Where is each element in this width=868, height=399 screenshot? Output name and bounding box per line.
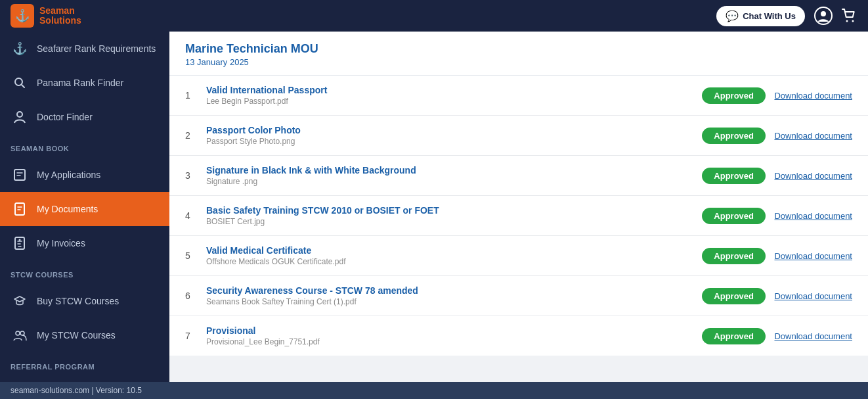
chat-button[interactable]: 💬 Chat With Us [715, 5, 806, 28]
doc-name: Valid Medical Certificate [206, 245, 694, 256]
doc-info: Valid Medical Certificate Offshore Medic… [206, 245, 694, 266]
chat-icon: 💬 [726, 10, 739, 22]
sidebar-item-buy-stcw[interactable]: Buy STCW Courses [0, 284, 169, 318]
download-link[interactable]: Download document [773, 291, 852, 301]
document-date: 13 January 2025 [185, 57, 852, 67]
status-badge: Approved [702, 288, 766, 304]
status-badge: Approved [702, 168, 766, 184]
table-row: 6 Security Awareness Course - STCW 78 am… [169, 276, 868, 316]
doc-file: Passport Style Photo.png [206, 137, 694, 146]
table-row: 7 Provisional Provisional_Lee Begin_7751… [169, 316, 868, 356]
svg-point-3 [852, 20, 854, 22]
sidebar-item-my-documents[interactable]: My Documents [0, 192, 169, 226]
document-list: 1 Valid International Passport Lee Begin… [169, 76, 868, 356]
status-badge: Approved [702, 87, 766, 104]
doc-file: Offshore Medicals OGUK Certificate.pdf [206, 257, 694, 266]
sidebar-item-my-referrals[interactable]: My Referrals [0, 376, 169, 382]
doc-file: Signature .png [206, 177, 694, 186]
sidebar-item-my-invoices[interactable]: My Invoices [0, 226, 169, 260]
status-badge: Approved [702, 328, 766, 344]
document-title: Marine Technician MOU [185, 42, 852, 56]
doc-number: 2 [185, 130, 198, 141]
status-badge: Approved [702, 208, 766, 224]
doc-number: 5 [185, 250, 198, 261]
svg-rect-6 [14, 170, 25, 180]
svg-rect-7 [15, 203, 24, 215]
table-row: 2 Passport Color Photo Passport Style Ph… [169, 116, 868, 156]
doc-info: Signature in Black Ink & with White Back… [206, 165, 694, 186]
table-row: 4 Basic Safety Training STCW 2010 or BOS… [169, 196, 868, 236]
seaman-book-section: SEAMAN BOOK [0, 134, 169, 158]
cart-icon[interactable] [840, 7, 857, 24]
table-row: 1 Valid International Passport Lee Begin… [169, 76, 868, 116]
download-link[interactable]: Download document [773, 211, 852, 221]
doc-file: BOSIET Cert.jpg [206, 217, 694, 226]
nav-right: 💬 Chat With Us [715, 5, 857, 28]
doc-info: Provisional Provisional_Lee Begin_7751.p… [206, 325, 694, 346]
doc-number: 1 [185, 90, 198, 101]
svg-point-1 [821, 11, 826, 16]
people-icon [11, 326, 29, 344]
invoice-icon [11, 234, 29, 252]
doc-name: Basic Safety Training STCW 2010 or BOSIE… [206, 205, 694, 216]
user-icon[interactable] [814, 7, 833, 25]
main-content: Marine Technician MOU 13 January 2025 1 … [169, 32, 868, 382]
table-row: 5 Valid Medical Certificate Offshore Med… [169, 236, 868, 276]
doc-file: Seamans Book Saftey Training Cert (1).pd… [206, 297, 694, 306]
main-layout: ⚓ Seafarer Rank Requirements Panama Rank… [0, 32, 868, 382]
footer: seaman-solutions.com | Version: 10.5 [0, 382, 868, 399]
logo-icon: ⚓ [11, 4, 34, 28]
person-icon [11, 108, 29, 126]
download-link[interactable]: Download document [773, 171, 852, 181]
table-row: 3 Signature in Black Ink & with White Ba… [169, 156, 868, 196]
download-link[interactable]: Download document [773, 251, 852, 261]
svg-point-10 [16, 331, 20, 335]
svg-point-5 [17, 112, 22, 117]
download-link[interactable]: Download document [773, 131, 852, 141]
doc-number: 4 [185, 210, 198, 221]
sidebar-item-doctor-finder[interactable]: Doctor Finder [0, 100, 169, 134]
download-link[interactable]: Download document [773, 331, 852, 341]
doc-info: Passport Color Photo Passport Style Phot… [206, 125, 694, 146]
sidebar-item-panama-rank[interactable]: Panama Rank Finder [0, 66, 169, 100]
graduate-icon [11, 292, 29, 310]
doc-name: Passport Color Photo [206, 125, 694, 135]
status-badge: Approved [702, 248, 766, 264]
sidebar-item-my-applications[interactable]: My Applications [0, 158, 169, 192]
doc-name: Signature in Black Ink & with White Back… [206, 165, 694, 176]
svg-point-11 [20, 331, 24, 335]
top-nav: ⚓ Seaman Solutions 💬 Chat With Us [0, 0, 868, 32]
doc-name: Provisional [206, 325, 694, 336]
doc-info: Security Awareness Course - STCW 78 amen… [206, 285, 694, 306]
applications-icon [11, 166, 29, 184]
referral-section: REFERRAL PROGRAM [0, 352, 169, 376]
logo-area: ⚓ Seaman Solutions [11, 4, 81, 28]
doc-info: Basic Safety Training STCW 2010 or BOSIE… [206, 205, 694, 226]
doc-file: Provisional_Lee Begin_7751.pdf [206, 337, 694, 346]
doc-name: Valid International Passport [206, 85, 694, 95]
doc-name: Security Awareness Course - STCW 78 amen… [206, 285, 694, 296]
doc-number: 6 [185, 291, 198, 301]
doc-number: 7 [185, 331, 198, 341]
search-icon [11, 74, 29, 92]
doc-file: Lee Begin Passport.pdf [206, 97, 694, 106]
svg-point-9 [19, 239, 21, 241]
doc-info: Valid International Passport Lee Begin P… [206, 85, 694, 106]
stcw-section: STCW COURSES [0, 260, 169, 284]
anchor-icon: ⚓ [11, 39, 29, 58]
download-link[interactable]: Download document [773, 91, 852, 101]
status-badge: Approved [702, 128, 766, 144]
brand-name: Seaman Solutions [39, 6, 81, 26]
doc-number: 3 [185, 170, 198, 181]
sidebar-item-seafarer-rank[interactable]: ⚓ Seafarer Rank Requirements [0, 32, 169, 66]
svg-point-2 [846, 20, 848, 22]
sidebar: ⚓ Seafarer Rank Requirements Panama Rank… [0, 32, 169, 382]
sidebar-item-my-stcw[interactable]: My STCW Courses [0, 318, 169, 352]
document-header: Marine Technician MOU 13 January 2025 [169, 32, 868, 76]
document-icon [11, 200, 29, 218]
